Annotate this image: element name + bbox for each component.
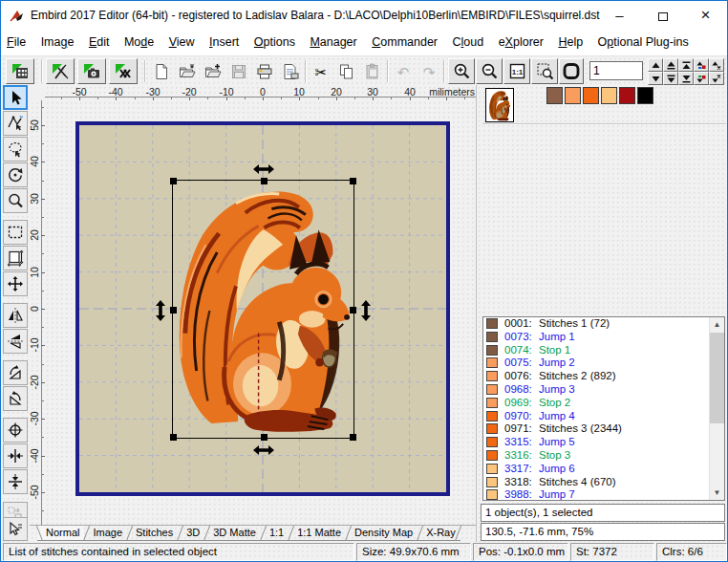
lasso-tool-button[interactable] [3, 137, 28, 162]
tab-x-ray[interactable]: X-Ray [418, 526, 460, 541]
menu-image[interactable]: Image [35, 30, 80, 55]
design-thumbnail[interactable] [485, 88, 514, 122]
open-button[interactable] [175, 59, 200, 84]
paste-button[interactable] [360, 59, 385, 84]
stitch-row[interactable]: 0074:Stop 1 [483, 344, 724, 357]
spin-next-color-button[interactable] [694, 58, 709, 72]
save-button[interactable] [226, 59, 251, 84]
spin-down-step-button[interactable] [663, 72, 678, 85]
resize-height-arrow-left[interactable] [155, 299, 166, 322]
design-properties-button[interactable] [6, 58, 34, 84]
tab-density-map[interactable]: Density Map [346, 526, 418, 541]
menu-view[interactable]: View [163, 30, 201, 55]
close-button[interactable]: × [684, 1, 727, 29]
sew-simulator-button[interactable] [46, 58, 75, 84]
rotate-right-button[interactable] [3, 386, 28, 411]
spin-next-mark-button[interactable] [709, 58, 724, 72]
handle-bottom-left[interactable] [170, 434, 177, 441]
tab-stitches[interactable]: Stitches [127, 526, 178, 541]
zoom-selection-button[interactable] [531, 58, 558, 84]
flip-vertical-button[interactable] [3, 329, 28, 354]
tab-1-1[interactable]: 1:1 [261, 526, 289, 541]
handle-bottom-right[interactable] [350, 434, 356, 441]
tab-3d-matte[interactable]: 3D Matte [204, 526, 261, 541]
hoop-button[interactable] [559, 58, 584, 84]
stitch-row[interactable]: 0001:Stitches 1 (72) [483, 317, 724, 331]
tab-image[interactable]: Image [84, 526, 127, 541]
menu-edit[interactable]: Edit [83, 30, 116, 55]
resize-width-arrow-bottom[interactable] [252, 444, 275, 456]
menu-options[interactable]: Options [248, 30, 301, 55]
print-button[interactable] [252, 59, 277, 84]
menu-manager[interactable]: Manager [304, 30, 362, 55]
center-vertical-button[interactable] [3, 469, 28, 494]
tab-1-1-matte[interactable]: 1:1 Matte [289, 526, 346, 541]
scroll-up-arrow[interactable]: ▲ [710, 317, 724, 332]
resize-tool-button[interactable] [3, 246, 28, 270]
stitch-row[interactable]: 0970:Jump 4 [483, 410, 724, 423]
tab-normal[interactable]: Normal [37, 526, 84, 541]
rotate-tool-button[interactable] [3, 162, 28, 187]
select-tool-button[interactable] [3, 85, 28, 110]
menu-cloud[interactable]: Cloud [447, 30, 490, 55]
scroll-down-arrow[interactable]: ▼ [710, 486, 724, 500]
handle-top-left[interactable] [170, 178, 177, 184]
stitch-row[interactable]: 0968:Jump 3 [483, 383, 724, 397]
stitch-row[interactable]: 3315:Jump 5 [483, 436, 724, 449]
stitch-number-input[interactable] [589, 61, 643, 80]
stitch-row[interactable]: 0076:Stitches 2 (892) [483, 370, 724, 383]
minimize-button[interactable]: – [598, 1, 641, 29]
stitch-row[interactable]: 3317:Jump 6 [483, 463, 724, 476]
open-add-button[interactable] [201, 59, 225, 84]
menu-file[interactable]: File [1, 30, 32, 55]
palette-color-2[interactable] [565, 87, 581, 104]
handle-top-center[interactable] [261, 178, 268, 184]
resize-height-arrow-right[interactable] [360, 299, 372, 322]
handle-top-right[interactable] [350, 178, 356, 184]
zoom-1-1-button[interactable]: 1:1 [503, 58, 530, 84]
scroll-thumb[interactable] [710, 333, 724, 423]
zoom-in-button[interactable] [448, 58, 475, 84]
handle-bottom-center[interactable] [261, 434, 268, 441]
spin-prev-mark-button[interactable] [709, 72, 724, 85]
menu-explorer[interactable]: eXplorer [493, 30, 549, 55]
center-design-button[interactable] [3, 418, 28, 443]
stitch-row[interactable]: 0969:Stop 2 [483, 397, 724, 410]
flip-horizontal-button[interactable] [3, 303, 28, 328]
pointer-menu-tool-button[interactable] [3, 517, 28, 541]
spin-prev-color-button[interactable] [694, 72, 709, 85]
menu-optional-plugins[interactable]: Optional Plug-ins [592, 30, 695, 55]
handle-mid-left[interactable] [170, 307, 177, 313]
design-canvas[interactable] [45, 100, 476, 525]
center-horizontal-button[interactable] [3, 443, 28, 468]
close-design-button[interactable] [109, 58, 138, 84]
menu-commander[interactable]: Commander [366, 30, 443, 55]
stitch-row[interactable]: 0075:Jump 2 [483, 357, 724, 370]
handle-mid-right[interactable] [350, 307, 356, 313]
palette-color-3[interactable] [583, 87, 599, 104]
stitch-row[interactable]: 3988:Jump 7 [483, 488, 724, 501]
menu-mode[interactable]: Mode [118, 30, 160, 55]
palette-color-6[interactable] [637, 87, 653, 104]
spin-up-button[interactable] [648, 58, 663, 72]
stitch-row[interactable]: 3316:Stop 3 [483, 449, 724, 463]
spin-last-button[interactable] [678, 72, 694, 85]
stitch-edit-tool-button[interactable] [3, 111, 28, 136]
snapshot-button[interactable] [77, 58, 106, 84]
spin-down-button[interactable] [648, 72, 663, 85]
rect-select-tool-button[interactable] [3, 220, 28, 245]
tab-3d[interactable]: 3D [178, 526, 204, 541]
print-preview-button[interactable] [278, 59, 303, 84]
spin-first-button[interactable] [678, 58, 694, 72]
zoom-out-button[interactable] [476, 58, 503, 84]
menu-help[interactable]: Help [552, 30, 589, 55]
move-tool-button[interactable] [3, 271, 28, 296]
cut-button[interactable]: ✂ [309, 59, 333, 84]
spin-up-step-button[interactable] [663, 58, 678, 72]
resize-width-arrow[interactable] [252, 163, 275, 175]
stitch-list[interactable]: 0001:Stitches 1 (72) 0073:Jump 1 0074:St… [482, 316, 725, 501]
stitch-list-scrollbar[interactable]: ▲ ▼ [709, 317, 724, 500]
menu-insert[interactable]: Insert [203, 30, 245, 55]
new-button[interactable] [149, 59, 174, 84]
palette-color-4[interactable] [601, 87, 617, 104]
